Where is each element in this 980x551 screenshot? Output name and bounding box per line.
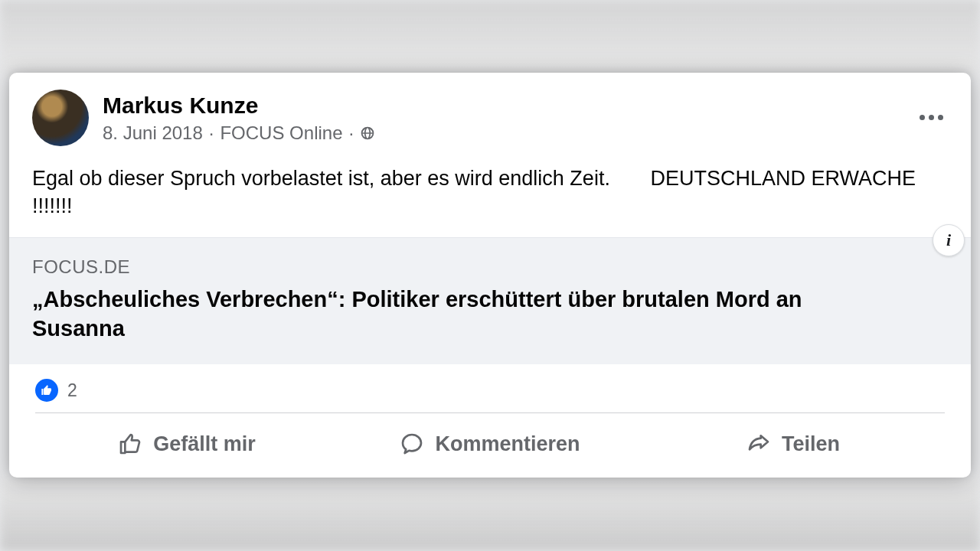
comment-label: Kommentieren xyxy=(435,432,580,456)
thumbs-up-icon xyxy=(118,432,142,456)
reactions-row[interactable]: 2 xyxy=(9,364,971,412)
background-blur-bottom xyxy=(0,478,980,551)
post-meta: 8. Juni 2018 · FOCUS Online · xyxy=(103,122,375,144)
share-icon xyxy=(746,432,771,456)
like-reaction-icon xyxy=(35,379,58,402)
share-button[interactable]: Teilen xyxy=(642,422,945,465)
globe-icon[interactable] xyxy=(360,126,375,141)
info-icon: i xyxy=(946,230,951,250)
like-button[interactable]: Gefällt mir xyxy=(35,422,338,465)
link-domain: FOCUS.DE xyxy=(32,256,948,278)
author-block: Markus Kunze 8. Juni 2018 · FOCUS Online… xyxy=(103,92,375,144)
post-source[interactable]: FOCUS Online xyxy=(220,122,342,144)
ellipsis-icon xyxy=(920,115,943,120)
meta-separator: · xyxy=(349,122,354,144)
reaction-count: 2 xyxy=(67,380,77,401)
info-button[interactable]: i xyxy=(933,224,965,256)
like-label: Gefällt mir xyxy=(153,432,256,456)
post-date[interactable]: 8. Juni 2018 xyxy=(103,122,203,144)
link-title: „Abscheuliches Verbrechen“: Politiker er… xyxy=(32,285,859,343)
comment-button[interactable]: Kommentieren xyxy=(338,422,642,465)
share-label: Teilen xyxy=(782,432,840,456)
comment-icon xyxy=(400,432,424,456)
meta-separator: · xyxy=(209,122,214,144)
author-name[interactable]: Markus Kunze xyxy=(103,92,375,119)
link-preview[interactable]: i FOCUS.DE „Abscheuliches Verbrechen“: P… xyxy=(9,237,971,364)
more-options-button[interactable] xyxy=(914,100,948,134)
actions-bar: Gefällt mir Kommentieren Teilen xyxy=(35,412,945,478)
post-header: Markus Kunze 8. Juni 2018 · FOCUS Online… xyxy=(9,73,971,157)
background-blur-top xyxy=(0,0,980,73)
post-text: Egal ob dieser Spruch vorbelastet ist, a… xyxy=(9,157,971,237)
avatar[interactable] xyxy=(32,90,89,146)
post-card: Markus Kunze 8. Juni 2018 · FOCUS Online… xyxy=(9,73,971,478)
